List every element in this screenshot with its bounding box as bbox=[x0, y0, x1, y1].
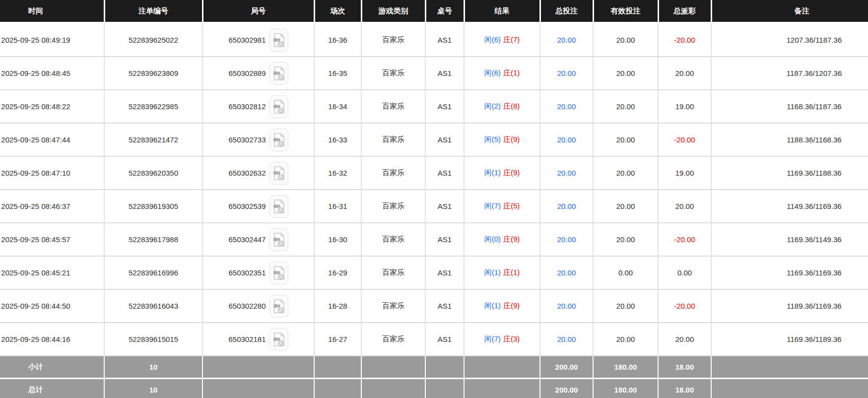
round-no-cell: 650302351 bbox=[202, 256, 314, 289]
total-bet-cell: 20.00 bbox=[540, 190, 593, 223]
table-no-cell: AS1 bbox=[425, 90, 464, 123]
video-replay-button[interactable] bbox=[269, 162, 288, 185]
video-replay-button[interactable] bbox=[269, 29, 288, 52]
total-empty-round bbox=[202, 379, 314, 398]
video-replay-button[interactable] bbox=[269, 228, 288, 251]
subtotal-empty-round bbox=[202, 356, 314, 379]
video-replay-button[interactable] bbox=[269, 62, 288, 85]
valid-bet-cell: 20.00 bbox=[593, 289, 658, 323]
valid-bet-cell: 20.00 bbox=[593, 190, 658, 223]
table-no-cell: AS1 bbox=[425, 256, 464, 289]
remark-cell: 1149.36/1169.36 bbox=[711, 190, 868, 223]
time-cell: 2025-09-25 08:48:45 bbox=[0, 57, 104, 90]
total-empty-gametype bbox=[361, 379, 425, 398]
remark-cell: 1169.36/1149.36 bbox=[711, 223, 868, 256]
table-no-cell: AS1 bbox=[425, 289, 464, 323]
time-cell: 2025-09-25 08:45:21 bbox=[0, 256, 104, 289]
bet-records-table: 时间 注单编号 局号 场次 游戏类别 桌号 结果 总投注 有效投注 总派彩 备注… bbox=[0, 0, 868, 398]
total-empty-remark bbox=[711, 379, 868, 398]
payout-cell: -20.00 bbox=[658, 23, 711, 57]
video-replay-button[interactable] bbox=[269, 295, 288, 318]
subtotal-empty-tableno bbox=[425, 356, 464, 379]
subtotal-valid-bet: 180.00 bbox=[593, 356, 658, 379]
valid-bet-cell: 20.00 bbox=[593, 57, 658, 90]
video-file-icon bbox=[272, 232, 285, 247]
total-bet-cell: 20.00 bbox=[540, 123, 593, 156]
remark-cell: 1168.36/1187.36 bbox=[711, 90, 868, 123]
player-result: 闲(5) bbox=[484, 135, 501, 143]
payout-cell: -20.00 bbox=[658, 223, 711, 256]
banker-result: 庄(1) bbox=[503, 68, 520, 77]
table-row: 2025-09-25 08:46:37 522839619305 6503025… bbox=[0, 190, 868, 223]
round-number: 650302351 bbox=[228, 268, 266, 277]
game-type-cell: 百家乐 bbox=[361, 123, 425, 156]
remark-cell: 1207.36/1187.36 bbox=[711, 23, 868, 57]
header-valid-bet: 有效投注 bbox=[593, 0, 658, 23]
total-bet-cell: 20.00 bbox=[540, 256, 593, 289]
game-type-cell: 百家乐 bbox=[361, 90, 425, 123]
round-no-cell: 650302981 bbox=[202, 23, 314, 57]
bet-id-cell: 522839622985 bbox=[104, 90, 202, 123]
remark-cell: 1169.36/1188.36 bbox=[711, 156, 868, 190]
banker-result: 庄(5) bbox=[503, 201, 520, 210]
round-number: 650302632 bbox=[228, 169, 266, 177]
subtotal-payout: 18.00 bbox=[658, 356, 711, 379]
video-file-icon bbox=[272, 199, 285, 214]
total-count: 10 bbox=[104, 379, 202, 398]
header-table-no: 桌号 bbox=[425, 0, 464, 23]
valid-bet-cell: 20.00 bbox=[593, 123, 658, 156]
session-cell: 16-34 bbox=[314, 90, 361, 123]
session-cell: 16-35 bbox=[314, 57, 361, 90]
video-replay-button[interactable] bbox=[269, 129, 288, 151]
table-row: 2025-09-25 08:44:16 522839615015 6503021… bbox=[0, 323, 868, 356]
header-session: 场次 bbox=[314, 0, 361, 23]
round-number: 650302812 bbox=[228, 102, 266, 111]
header-bet-id: 注单编号 bbox=[104, 0, 202, 23]
session-cell: 16-27 bbox=[314, 323, 361, 356]
subtotal-total-bet: 200.00 bbox=[540, 356, 593, 379]
total-total-bet: 200.00 bbox=[540, 379, 593, 398]
table-row: 2025-09-25 08:45:21 522839616996 6503023… bbox=[0, 256, 868, 289]
video-file-icon bbox=[272, 166, 285, 181]
subtotal-empty-result bbox=[464, 356, 540, 379]
subtotal-row: 小计 10 200.00 180.00 18.00 bbox=[0, 356, 868, 379]
video-replay-button[interactable] bbox=[269, 262, 288, 284]
round-no-cell: 650302181 bbox=[202, 323, 314, 356]
round-no-cell: 650302539 bbox=[202, 190, 314, 223]
player-result: 闲(7) bbox=[484, 334, 501, 343]
bet-id-cell: 522839616996 bbox=[104, 256, 202, 289]
bet-id-cell: 522839621472 bbox=[104, 123, 202, 156]
game-type-cell: 百家乐 bbox=[361, 323, 425, 356]
banker-result: 庄(3) bbox=[503, 334, 520, 343]
result-cell: 闲(2)庄(8) bbox=[464, 90, 540, 123]
round-no-cell: 650302632 bbox=[202, 156, 314, 190]
round-no-cell: 650302889 bbox=[202, 57, 314, 90]
valid-bet-cell: 20.00 bbox=[593, 90, 658, 123]
banker-result: 庄(9) bbox=[503, 235, 520, 243]
video-replay-button[interactable] bbox=[269, 328, 288, 351]
table-row: 2025-09-25 08:45:57 522839617988 6503024… bbox=[0, 223, 868, 256]
video-file-icon bbox=[272, 265, 285, 280]
table-no-cell: AS1 bbox=[425, 223, 464, 256]
result-cell: 闲(6)庄(7) bbox=[464, 23, 540, 57]
header-remark: 备注 bbox=[711, 0, 868, 23]
table-no-cell: AS1 bbox=[425, 57, 464, 90]
banker-result: 庄(8) bbox=[503, 102, 520, 110]
table-no-cell: AS1 bbox=[425, 190, 464, 223]
video-replay-button[interactable] bbox=[269, 195, 288, 218]
remark-cell: 1189.36/1169.36 bbox=[711, 289, 868, 323]
result-cell: 闲(7)庄(3) bbox=[464, 323, 540, 356]
round-no-cell: 650302812 bbox=[202, 90, 314, 123]
video-replay-button[interactable] bbox=[269, 95, 288, 118]
round-number: 650302733 bbox=[228, 135, 266, 144]
remark-cell: 1169.36/1169.36 bbox=[711, 256, 868, 289]
round-no-cell: 650302280 bbox=[202, 289, 314, 323]
game-type-cell: 百家乐 bbox=[361, 156, 425, 190]
remark-cell: 1188.36/1168.36 bbox=[711, 123, 868, 156]
valid-bet-cell: 20.00 bbox=[593, 323, 658, 356]
banker-result: 庄(9) bbox=[503, 301, 520, 310]
bet-id-cell: 522839619305 bbox=[104, 190, 202, 223]
player-result: 闲(1) bbox=[484, 268, 501, 276]
header-round-no: 局号 bbox=[202, 0, 314, 23]
bet-records-page: 时间 注单编号 局号 场次 游戏类别 桌号 结果 总投注 有效投注 总派彩 备注… bbox=[0, 0, 868, 398]
